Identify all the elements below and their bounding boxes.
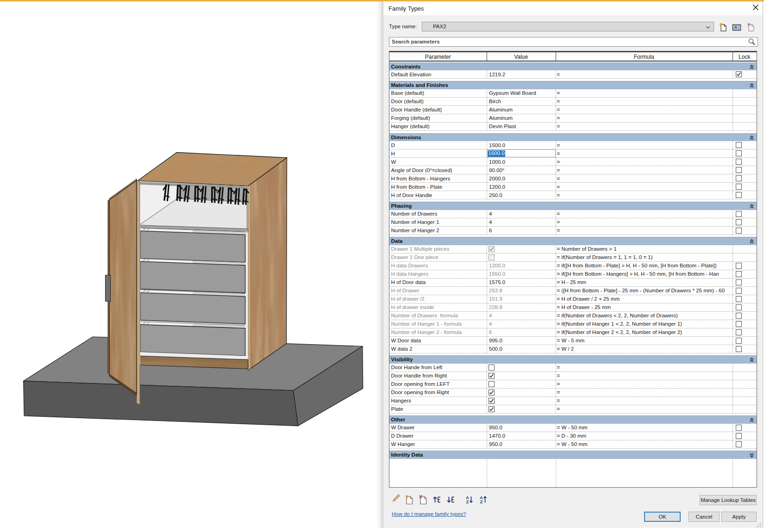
svg-text:A: A: [734, 25, 737, 30]
svg-text:Z: Z: [466, 500, 469, 504]
svg-text:Z: Z: [480, 500, 483, 504]
